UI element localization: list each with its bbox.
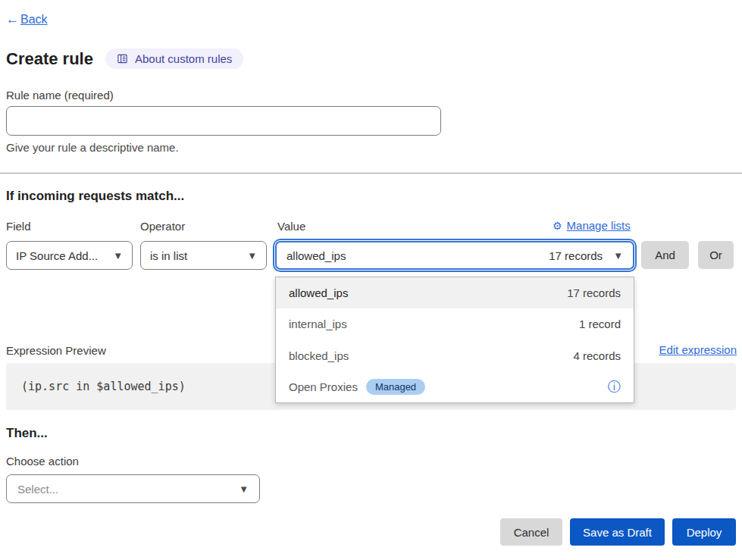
list-item-open-proxies[interactable]: Open Proxies Managed ⓘ bbox=[276, 371, 634, 402]
operator-select-value: is in list bbox=[150, 249, 187, 262]
edit-expression-link[interactable]: Edit expression bbox=[659, 343, 737, 356]
list-item-records: 1 record bbox=[579, 318, 621, 330]
managed-badge: Managed bbox=[366, 379, 425, 395]
rule-name-label: Rule name (required) bbox=[6, 89, 114, 102]
value-column-label: Value bbox=[277, 220, 305, 233]
about-custom-rules-badge[interactable]: About custom rules bbox=[105, 48, 243, 69]
list-item-name: internal_ips bbox=[289, 318, 347, 330]
then-heading: Then... bbox=[6, 426, 48, 441]
back-link[interactable]: ←Back bbox=[6, 12, 48, 27]
book-icon bbox=[117, 53, 128, 64]
and-button[interactable]: And bbox=[641, 241, 689, 269]
info-icon[interactable]: ⓘ bbox=[608, 380, 621, 393]
expression-preview-label: Expression Preview bbox=[6, 344, 106, 357]
rule-name-helper: Give your rule a descriptive name. bbox=[6, 141, 179, 154]
list-item-name: allowed_ips bbox=[289, 286, 348, 299]
choose-action-placeholder: Select... bbox=[17, 483, 58, 496]
chevron-down-icon: ▼ bbox=[613, 251, 623, 261]
field-select[interactable]: IP Source Add... ▼ bbox=[6, 241, 133, 270]
value-select[interactable]: allowed_ips 17 records ▼ bbox=[275, 241, 634, 270]
title-row: Create rule About custom rules bbox=[6, 48, 243, 69]
choose-action-label: Choose action bbox=[6, 455, 79, 468]
back-arrow-icon: ← bbox=[6, 12, 19, 27]
list-item-name: blocked_ips bbox=[289, 349, 349, 362]
back-link-label: Back bbox=[20, 13, 48, 27]
value-select-records: 17 records bbox=[549, 249, 603, 262]
list-item-name: Open Proxies bbox=[289, 380, 358, 393]
section-divider bbox=[0, 173, 742, 174]
rule-name-input[interactable] bbox=[6, 106, 441, 136]
chevron-down-icon: ▼ bbox=[247, 251, 257, 261]
gear-icon: ⚙ bbox=[553, 220, 562, 232]
deploy-button[interactable]: Deploy bbox=[672, 518, 736, 546]
field-select-value: IP Source Add... bbox=[16, 249, 98, 262]
list-item-records: 17 records bbox=[567, 286, 621, 299]
list-item-allowed-ips[interactable]: allowed_ips 17 records bbox=[276, 277, 634, 308]
save-as-draft-button[interactable]: Save as Draft bbox=[570, 518, 665, 546]
cancel-button[interactable]: Cancel bbox=[500, 518, 562, 546]
about-badge-label: About custom rules bbox=[135, 52, 232, 65]
manage-lists-label: Manage lists bbox=[567, 219, 631, 232]
operator-column-label: Operator bbox=[140, 220, 185, 233]
list-item-records: 4 records bbox=[573, 349, 621, 362]
create-rule-page: ←Back Create rule About custom rules Rul… bbox=[0, 0, 742, 560]
operator-select[interactable]: is in list ▼ bbox=[140, 241, 267, 270]
or-button[interactable]: Or bbox=[698, 241, 734, 269]
page-title: Create rule bbox=[6, 49, 93, 69]
list-item-internal-ips[interactable]: internal_ips 1 record bbox=[276, 308, 634, 339]
choose-action-select[interactable]: Select... ▼ bbox=[6, 474, 260, 503]
field-column-label: Field bbox=[6, 220, 31, 233]
chevron-down-icon: ▼ bbox=[239, 484, 249, 494]
value-select-value: allowed_ips bbox=[286, 249, 346, 262]
chevron-down-icon: ▼ bbox=[113, 251, 123, 261]
match-heading: If incoming requests match... bbox=[6, 189, 184, 204]
list-item-blocked-ips[interactable]: blocked_ips 4 records bbox=[276, 340, 634, 371]
expression-code: (ip.src in $allowed_ips) bbox=[6, 380, 186, 393]
value-dropdown-panel: allowed_ips 17 records internal_ips 1 re… bbox=[275, 277, 634, 403]
manage-lists-link[interactable]: ⚙ Manage lists bbox=[553, 219, 631, 232]
